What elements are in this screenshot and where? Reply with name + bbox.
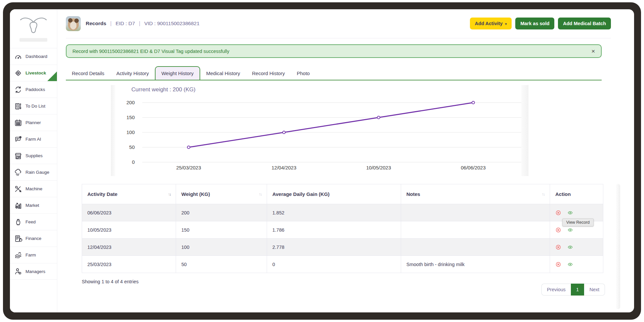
view-record-icon[interactable] — [567, 244, 573, 250]
sidebar-item-label: Planner — [25, 120, 41, 125]
sidebar-item-planner[interactable]: Planner — [10, 114, 57, 131]
weight-point-2 — [377, 116, 380, 119]
weight-line-chart: 200 150 100 50 0 25/03/2023 12/04/2023 1… — [111, 96, 529, 174]
delete-record-icon[interactable] — [555, 244, 561, 250]
cell-activity-date: 06/06/2023 — [82, 204, 176, 221]
sidebar: Dashboard Livestock Paddocks To Do List — [10, 9, 57, 312]
tab-photo[interactable]: Photo — [291, 67, 316, 80]
managers-icon — [14, 267, 23, 276]
entries-summary: Showing 1 to 4 of 4 entries — [82, 279, 139, 284]
active-corner-triangle — [47, 71, 57, 81]
table-header-row: Activity Date ↑↓ Weight (KG) ↑↓ Average … — [82, 184, 603, 204]
separator: | — [106, 21, 115, 26]
weight-point-0 — [187, 146, 190, 149]
cell-adg: 0 — [267, 256, 401, 273]
cell-activity-date: 12/04/2023 — [82, 239, 176, 256]
view-record-icon[interactable] — [567, 261, 573, 267]
sidebar-item-label: Rain Gauge — [25, 170, 49, 175]
sidebar-item-market[interactable]: Market — [10, 197, 57, 213]
view-record-icon[interactable] — [567, 210, 573, 216]
alert-message: Record with 900115002386821 EID & D7 Vis… — [72, 49, 229, 54]
table-row: 25/03/2023 50 0 Smooth birth - drinking … — [82, 256, 603, 273]
cell-activity-date: 25/03/2023 — [82, 256, 176, 273]
sidebar-item-label: Supplies — [25, 153, 43, 158]
cell-weight: 200 — [176, 204, 267, 221]
delete-record-icon[interactable] — [555, 261, 561, 267]
pagination: Previous 1 Next — [541, 284, 605, 296]
cell-actions — [550, 256, 603, 273]
column-header-average-daily-gain[interactable]: Average Daily Gain (KG) — [267, 184, 401, 204]
tab-medical-history[interactable]: Medical History — [200, 67, 246, 80]
mark-as-sold-button[interactable]: Mark as sold — [515, 18, 554, 29]
tab-activity-history[interactable]: Activity History — [110, 67, 155, 80]
sidebar-item-machine[interactable]: Machine — [10, 180, 57, 197]
column-header-weight[interactable]: Weight (KG) ↑↓ — [176, 184, 267, 204]
table-row: 10/05/2023 150 1.786 — [82, 221, 603, 239]
view-record-icon[interactable] — [567, 227, 573, 233]
sidebar-item-finance[interactable]: Finance — [10, 230, 57, 247]
chart-title: Current weight : 200 (KG) — [131, 86, 551, 93]
livestock-icon — [14, 69, 23, 77]
paddocks-icon — [14, 85, 23, 94]
sidebar-item-label: Dashboard — [25, 54, 47, 59]
column-header-notes[interactable]: Notes ↑↓ — [401, 184, 550, 204]
record-tabs: Record Details Activity History Weight H… — [66, 66, 602, 80]
delete-record-icon[interactable] — [555, 210, 561, 216]
finance-icon — [14, 234, 23, 243]
sidebar-item-feed[interactable]: Feed — [10, 213, 57, 230]
sort-icon[interactable]: ↑↓ — [542, 192, 544, 197]
sidebar-item-supplies[interactable]: Supplies — [10, 147, 57, 164]
sidebar-item-managers[interactable]: Managers — [10, 263, 57, 280]
logo-wordmark — [20, 38, 47, 42]
sidebar-item-rain-gauge[interactable]: Rain Gauge — [10, 164, 57, 180]
sidebar-item-label: Machine — [25, 186, 42, 191]
app-page: Dashboard Livestock Paddocks To Do List — [10, 9, 634, 312]
chevron-down-icon: ▾ — [505, 22, 507, 26]
sidebar-item-farm[interactable]: Farm — [10, 247, 57, 263]
success-alert: Record with 900115002386821 EID & D7 Vis… — [66, 44, 602, 58]
record-header: Records | EID : D7 | VID : 9001150023868… — [66, 16, 611, 31]
y-tick-0: 0 — [132, 159, 135, 165]
sidebar-item-label: Farm — [25, 253, 36, 257]
add-medical-batch-button[interactable]: Add Medical Batch — [558, 18, 611, 29]
y-tick-50: 50 — [129, 144, 135, 150]
table-footer: Showing 1 to 4 of 4 entries Previous 1 N… — [66, 279, 611, 296]
tab-record-history[interactable]: Record History — [246, 67, 291, 80]
animal-avatar — [66, 16, 81, 31]
cell-adg: 1.786 — [267, 221, 401, 239]
tab-record-details[interactable]: Record Details — [66, 67, 110, 80]
tab-weight-history[interactable]: Weight History — [155, 66, 200, 80]
cell-weight: 50 — [176, 256, 267, 273]
weight-history-table-zone: Activity Date ↑↓ Weight (KG) ↑↓ Average … — [82, 184, 603, 273]
alert-close-icon[interactable]: × — [591, 48, 595, 54]
farm-icon — [14, 251, 23, 259]
add-activity-button[interactable]: Add Activity▾ — [470, 18, 512, 29]
eid-value: EID : D7 — [115, 21, 135, 26]
y-tick-150: 150 — [126, 115, 135, 120]
planner-icon — [14, 118, 23, 127]
sort-icon[interactable]: ↑↓ — [259, 192, 261, 197]
sidebar-item-dashboard[interactable]: Dashboard — [10, 48, 57, 65]
weight-line — [189, 103, 473, 147]
sidebar-item-farm-ai[interactable]: Farm AI — [10, 131, 57, 147]
page-1-button[interactable]: 1 — [571, 284, 584, 296]
next-page-button[interactable]: Next — [584, 284, 605, 296]
todo-list-icon — [14, 102, 23, 111]
sidebar-item-label: To Do List — [25, 104, 45, 109]
weight-history-table: Activity Date ↑↓ Weight (KG) ↑↓ Average … — [82, 184, 603, 273]
delete-record-icon[interactable] — [555, 227, 561, 233]
sidebar-item-to-do-list[interactable]: To Do List — [10, 98, 57, 114]
weight-point-3 — [472, 101, 475, 104]
sidebar-item-label: Managers — [25, 269, 45, 274]
column-header-action: Action — [550, 184, 603, 204]
sidebar-item-livestock[interactable]: Livestock — [10, 65, 57, 81]
sort-icon[interactable]: ↑↓ — [168, 192, 170, 197]
cell-notes: Smooth birth - drinking milk — [401, 256, 550, 273]
page-title: Records — [86, 21, 106, 26]
sidebar-item-paddocks[interactable]: Paddocks — [10, 81, 57, 98]
previous-page-button[interactable]: Previous — [541, 284, 571, 296]
column-header-activity-date[interactable]: Activity Date ↑↓ — [82, 184, 176, 204]
market-icon — [14, 201, 23, 210]
chart-right-edge — [521, 85, 529, 176]
view-record-tooltip: View Record — [562, 218, 594, 226]
